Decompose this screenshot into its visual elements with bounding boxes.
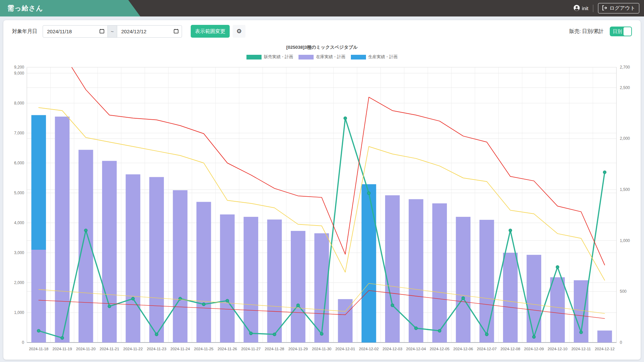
svg-text:2,700: 2,700 [620, 65, 630, 70]
user-menu[interactable]: init [573, 5, 588, 12]
daily-cumulative-toggle[interactable]: 日別 [610, 27, 632, 36]
svg-text:2024-11-27: 2024-11-27 [241, 347, 261, 351]
svg-text:2024-12-11: 2024-12-11 [571, 347, 591, 351]
controls-row: 対象年月日 ~ 表示範囲 [3, 20, 641, 38]
svg-text:2,000: 2,000 [620, 136, 630, 141]
svg-text:2024-11-20: 2024-11-20 [76, 347, 96, 351]
svg-text:2024-12-06: 2024-12-06 [453, 347, 473, 351]
svg-text:9,200: 9,200 [14, 65, 24, 70]
svg-text:5,000: 5,000 [14, 191, 24, 195]
legend-label: 販売実績・計画 [264, 54, 293, 60]
svg-text:2024-11-24: 2024-11-24 [171, 347, 190, 351]
inventory-bar [31, 250, 46, 343]
date-to-wrap [117, 25, 182, 38]
toggle-knob[interactable] [624, 27, 631, 36]
logout-icon [602, 5, 607, 11]
date-from-input[interactable] [43, 25, 108, 38]
inventory-bar [385, 195, 400, 343]
svg-text:2,500: 2,500 [620, 85, 630, 90]
legend-item-2[interactable]: 生産実績・計画 [351, 54, 398, 60]
svg-text:3,000: 3,000 [14, 250, 24, 255]
svg-text:2024-11-29: 2024-11-29 [288, 347, 308, 351]
svg-text:2024-12-05: 2024-12-05 [430, 347, 450, 351]
inventory-bar [409, 199, 423, 343]
svg-text:4,000: 4,000 [14, 220, 24, 225]
inventory-bar [479, 220, 494, 343]
svg-text:2024-12-10: 2024-12-10 [548, 347, 567, 351]
main-card: 対象年月日 ~ 表示範囲 [3, 20, 641, 360]
date-to-input[interactable] [117, 25, 182, 38]
svg-text:7,000: 7,000 [14, 131, 24, 135]
svg-text:2024-11-22: 2024-11-22 [123, 347, 143, 351]
app-title: 需っ給さん [7, 0, 43, 16]
inventory-bar [196, 202, 211, 343]
svg-text:0: 0 [22, 340, 24, 345]
sales-mode-label: 販売: 日別/累計 [569, 28, 604, 35]
svg-text:2024-12-07: 2024-12-07 [477, 347, 497, 351]
svg-text:2,000: 2,000 [14, 280, 24, 285]
legend-item-1[interactable]: 在庫実績・計画 [298, 54, 346, 60]
header-right: init ログアウト [573, 0, 639, 16]
inventory-bar [149, 177, 164, 343]
range-separator: ~ [108, 25, 117, 38]
inventory-bar [220, 214, 235, 343]
user-icon [573, 5, 580, 12]
svg-text:500: 500 [620, 289, 627, 294]
legend-item-0[interactable]: 販売実績・計画 [246, 54, 293, 60]
inventory-bar [126, 174, 140, 343]
toggle-value-label: 日別 [613, 27, 622, 36]
sales-mode-controls: 販売: 日別/累計 日別 [569, 27, 632, 36]
inventory-bar [503, 253, 518, 343]
calendar-icon[interactable] [99, 29, 104, 35]
chart-title: [025038]3種のミックスベジタブル [3, 44, 641, 50]
date-range-controls: 対象年月日 ~ 表示範囲 [12, 25, 245, 38]
legend-label: 生産実績・計画 [368, 54, 398, 60]
calendar-icon[interactable] [174, 29, 179, 35]
x-axis-labels: 2024-11-182024-11-192024-11-202024-11-21… [29, 347, 614, 351]
inventory-bar [550, 277, 565, 343]
svg-text:2024-11-30: 2024-11-30 [312, 347, 331, 351]
header-divider [593, 5, 593, 12]
legend-swatch [351, 55, 366, 59]
svg-text:2024-11-21: 2024-11-21 [100, 347, 119, 351]
svg-text:9,000: 9,000 [14, 71, 24, 76]
svg-text:2024-12-01: 2024-12-01 [335, 347, 355, 351]
production-bar [31, 115, 46, 250]
svg-text:1,500: 1,500 [620, 187, 630, 192]
inventory-bar [526, 255, 541, 343]
top-header: 需っ給さん init ログアウト [0, 0, 644, 16]
production-bar [362, 184, 376, 343]
svg-text:2024-11-19: 2024-11-19 [52, 347, 72, 351]
gear-icon[interactable]: ⚙ [233, 25, 245, 38]
svg-text:2024-12-12: 2024-12-12 [595, 347, 614, 351]
date-range-group: ~ [43, 25, 182, 38]
legend-swatch [246, 55, 262, 59]
svg-text:2024-11-25: 2024-11-25 [194, 347, 214, 351]
bars-inventory-production[interactable] [31, 115, 612, 343]
inventory-bar [597, 330, 612, 343]
change-display-range-button[interactable]: 表示範囲変更 [191, 25, 230, 38]
svg-text:2024-11-18: 2024-11-18 [29, 347, 48, 351]
svg-text:2024-11-23: 2024-11-23 [147, 347, 166, 351]
legend-label: 在庫実績・計画 [316, 54, 346, 60]
inventory-bar [291, 231, 306, 343]
inventory-bar [55, 117, 70, 343]
logout-label: ログアウト [609, 5, 635, 11]
logout-button[interactable]: ログアウト [598, 3, 639, 13]
svg-text:0: 0 [620, 340, 622, 345]
inventory-bar [244, 217, 259, 343]
svg-text:2024-11-26: 2024-11-26 [218, 347, 237, 351]
date-from-wrap [43, 25, 108, 38]
svg-text:2024-12-09: 2024-12-09 [524, 347, 544, 351]
inventory-bar [102, 161, 117, 343]
inventory-bar [432, 203, 447, 343]
user-name: init [582, 5, 588, 11]
inventory-bar [267, 219, 282, 343]
inventory-bar [456, 217, 471, 343]
chart-canvas: 01,0002,0003,0004,0005,0006,0007,0008,00… [5, 61, 639, 358]
svg-text:2024-12-02: 2024-12-02 [359, 347, 379, 351]
svg-text:1,000: 1,000 [14, 310, 24, 315]
svg-text:2024-11-28: 2024-11-28 [265, 347, 284, 351]
svg-text:2024-12-08: 2024-12-08 [501, 347, 520, 351]
date-range-label: 対象年月日 [12, 28, 37, 35]
